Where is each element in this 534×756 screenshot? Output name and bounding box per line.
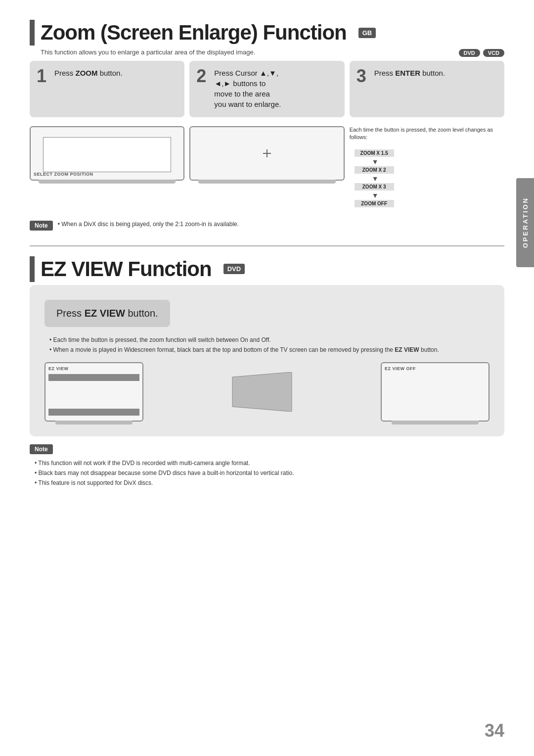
step1-bold: ZOOM — [76, 69, 98, 77]
step3-content: Press ENTER button. — [374, 68, 496, 78]
bottom-bullet2: • Black bars may not disappear because s… — [35, 468, 504, 478]
ez-bullet2-bold: EZ VIEW — [395, 346, 419, 353]
step2-box: 2 Press Cursor ▲,▼,◄,► buttons tomove to… — [189, 61, 344, 117]
black-bar-bottom — [48, 409, 139, 416]
zoom-level-1: ZOOM X 1.5 — [355, 149, 499, 157]
screen2-container — [189, 126, 344, 212]
zoom-level-2: ZOOM X 2 — [355, 166, 499, 174]
zoom-label-3: ZOOM X 3 — [355, 183, 394, 190]
zoom-label-2: ZOOM X 2 — [355, 166, 394, 174]
ez-press-bold: EZ VIEW — [85, 308, 125, 319]
svg-marker-0 — [232, 372, 292, 412]
bottom-bullet1: • This function will not work if the DVD… — [35, 458, 504, 468]
zoom-label-4: ZOOM OFF — [355, 200, 394, 207]
zoom-note: Each time the button is pressed, the zoo… — [350, 126, 504, 142]
ez-view-section: EZ VIEW Function DVD Press EZ VIEW butto… — [30, 256, 504, 488]
ez-bullets: • Each time the button is pressed, the z… — [44, 335, 490, 355]
bottom-bullet3: • This feature is not supported for DivX… — [35, 478, 504, 488]
connector-svg — [143, 372, 381, 412]
down-arrow-2: ▼ — [372, 175, 379, 183]
zoom-level-4: ZOOM OFF — [355, 200, 499, 208]
section-divider — [30, 245, 504, 246]
screen1-inner — [43, 137, 171, 172]
screen1-diagram: SELECT ZOOM POSITION — [30, 126, 184, 181]
ez-screens-row: EZ VIEW EZ VIEW OFF — [44, 362, 490, 422]
arrow2: ▼ — [355, 175, 499, 183]
arrow3: ▼ — [355, 191, 499, 199]
ez-connector — [143, 372, 381, 412]
zoom-label-1: ZOOM X 1.5 — [355, 149, 394, 157]
ez-screen-off: EZ VIEW OFF — [381, 362, 490, 422]
step2-content: Press Cursor ▲,▼,◄,► buttons tomove to t… — [214, 68, 336, 109]
zoom-title-bar: Zoom (Screen Enlarge) Function GB — [30, 20, 504, 46]
black-bar-top — [48, 374, 139, 381]
dvd-badge: DVD — [459, 49, 480, 57]
step3-bold: ENTER — [395, 69, 420, 77]
vcd-badge: VCD — [483, 49, 504, 57]
operation-sidebar: OPERATION — [516, 178, 534, 267]
step1-content: Press ZOOM button. — [54, 68, 177, 78]
down-arrow-3: ▼ — [372, 191, 379, 199]
ez-content-section: Press EZ VIEW button. • Each time the bu… — [30, 285, 504, 436]
arrow1: ▼ — [355, 158, 499, 166]
bottom-note: Note • This function will not work if th… — [30, 444, 504, 488]
zoom-title: Zoom (Screen Enlarge) Function — [41, 21, 347, 45]
bottom-bullets: • This function will not work if the DVD… — [30, 458, 504, 488]
down-arrow-1: ▼ — [372, 158, 379, 166]
ez-title-bar: EZ VIEW Function DVD — [30, 256, 504, 282]
ez-screen-on-label: EZ VIEW — [48, 366, 69, 371]
bottom-note-label: Note — [30, 444, 53, 454]
screen1-container: SELECT ZOOM POSITION — [30, 126, 184, 212]
zoom-badge: GB — [358, 28, 376, 38]
cursor-cross — [263, 149, 271, 157]
zoom-section: Zoom (Screen Enlarge) Function GB This f… — [30, 20, 504, 231]
steps-row: 1 Press ZOOM button. 2 Press Cursor ▲,▼,… — [30, 61, 504, 117]
step2-number: 2 — [196, 66, 206, 87]
ez-bullet2: • When a movie is played in Widescreen f… — [49, 345, 490, 355]
note-text: • When a DivX disc is being played, only… — [58, 220, 239, 229]
operation-label: OPERATION — [522, 197, 529, 248]
step3-number: 3 — [356, 66, 366, 87]
step3-box: 3 Press ENTER button. — [350, 61, 504, 117]
ez-press-box: Press EZ VIEW button. — [44, 300, 170, 327]
step1-box: 1 Press ZOOM button. — [30, 61, 184, 117]
ez-screen-on: EZ VIEW — [44, 362, 143, 422]
screen2-diagram — [189, 126, 344, 181]
note-label: Note — [30, 221, 53, 231]
screen1-label: SELECT ZOOM POSITION — [34, 172, 93, 177]
step3-area: Each time the button is pressed, the zoo… — [350, 126, 504, 212]
ez-title-accent — [30, 256, 35, 282]
zoom-chart: ZOOM X 1.5 ▼ ZOOM X 2 ▼ ZOOM X 3 ▼ — [350, 145, 504, 212]
ez-title: EZ VIEW Function — [41, 257, 212, 281]
title-accent — [30, 20, 35, 46]
step1-number: 1 — [37, 66, 46, 87]
ez-screen-off-label: EZ VIEW OFF — [385, 366, 416, 371]
ez-bullet1: • Each time the button is pressed, the z… — [49, 335, 490, 345]
ez-badge: DVD — [223, 264, 245, 274]
page-number: 34 — [485, 720, 504, 741]
zoom-note-box: Note • When a DivX disc is being played,… — [30, 220, 504, 231]
zoom-level-3: ZOOM X 3 — [355, 183, 499, 191]
